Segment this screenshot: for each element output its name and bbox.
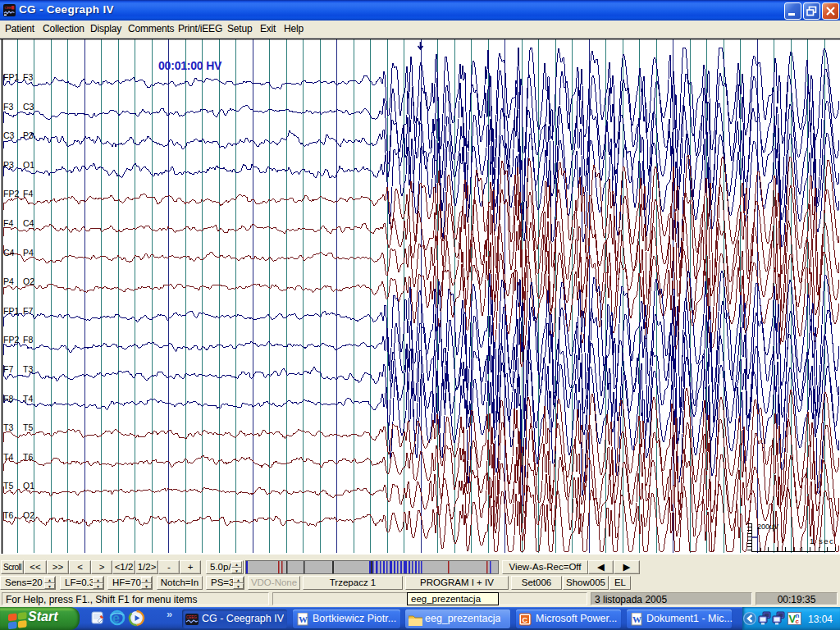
svg-text:c: c — [796, 618, 800, 625]
svg-text:C4: C4 — [23, 218, 34, 228]
svg-text:P4: P4 — [3, 276, 14, 286]
svg-text:00:01:00 HV: 00:01:00 HV — [158, 59, 222, 72]
svg-text:T3: T3 — [3, 422, 13, 432]
svg-text:F7: F7 — [23, 306, 33, 316]
svg-text:C4: C4 — [3, 248, 15, 258]
svg-text:F4: F4 — [23, 189, 33, 199]
svg-text:F8: F8 — [3, 394, 13, 404]
svg-text:F3: F3 — [23, 72, 33, 82]
svg-text:FP2: FP2 — [3, 189, 19, 199]
svg-text:C3: C3 — [3, 130, 15, 140]
svg-text:O2: O2 — [23, 276, 34, 286]
svg-text:T6: T6 — [23, 452, 33, 462]
svg-text:T4: T4 — [3, 452, 13, 462]
svg-text:F4: F4 — [3, 218, 13, 228]
svg-text:C: C — [523, 616, 528, 624]
svg-text:T5: T5 — [3, 481, 13, 491]
svg-text:O2: O2 — [23, 510, 34, 520]
svg-text:FP2: FP2 — [3, 335, 19, 345]
svg-text:FP1: FP1 — [3, 72, 19, 82]
svg-text:T6: T6 — [3, 510, 13, 520]
svg-text:W: W — [632, 614, 641, 624]
svg-text:T3: T3 — [23, 364, 33, 374]
svg-text:O1: O1 — [23, 481, 34, 491]
svg-text:13:04: 13:04 — [808, 614, 833, 625]
svg-text:F3: F3 — [3, 102, 13, 112]
svg-text:F7: F7 — [3, 364, 13, 374]
svg-text:O1: O1 — [23, 160, 34, 170]
svg-text:W: W — [299, 614, 308, 624]
svg-text:1 sec: 1 sec — [810, 536, 834, 546]
svg-text:200uV: 200uV — [757, 523, 778, 531]
svg-text:CEEG: CEEG — [186, 615, 197, 619]
svg-text:F8: F8 — [23, 335, 33, 345]
svg-text:FP1: FP1 — [3, 306, 19, 316]
svg-text:P4: P4 — [23, 248, 34, 258]
svg-text:T4: T4 — [23, 394, 33, 404]
svg-text:T5: T5 — [23, 422, 33, 432]
svg-text:P3: P3 — [23, 130, 34, 140]
svg-text:P3: P3 — [3, 160, 14, 170]
svg-text:C3: C3 — [23, 102, 34, 112]
